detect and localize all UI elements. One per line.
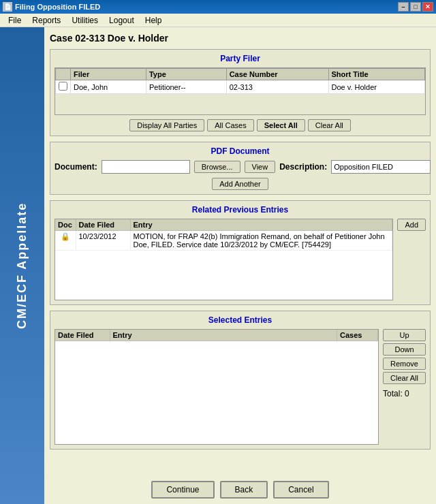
- menu-bar: File Reports Utilities Logout Help: [0, 14, 436, 27]
- party-filer-section: Party Filer Filer Type Case Number Short…: [50, 49, 431, 136]
- col-type: Type: [146, 69, 226, 80]
- menu-file[interactable]: File: [3, 14, 27, 27]
- party-filer-title: Party Filer: [54, 54, 426, 63]
- related-entries-title: Related Previous Entries: [54, 205, 426, 215]
- table-row: Doe, John Petitioner-- 02-313 Doe v. Hol…: [56, 80, 425, 94]
- sel-col-date: Date Filed: [55, 330, 110, 341]
- entries-table: Doc Date Filed Entry 🔒 10/23/2012 MOTION…: [55, 219, 392, 251]
- add-another-button[interactable]: Add Another: [212, 178, 268, 190]
- description-input[interactable]: [331, 160, 431, 174]
- close-button[interactable]: ✕: [422, 2, 433, 12]
- filer-type: Petitioner--: [146, 80, 226, 94]
- window-title: Filing Opposition FILED: [15, 3, 398, 11]
- selected-table-wrapper: Date Filed Entry Cases: [54, 329, 379, 445]
- entries-table-wrapper[interactable]: Doc Date Filed Entry 🔒 10/23/2012 MOTION…: [54, 219, 393, 300]
- table-row[interactable]: 🔒 10/23/2012 MOTION, for FRAP 42(b) Immi…: [55, 231, 392, 251]
- filer-short-title: Doe v. Holder: [328, 80, 424, 94]
- pdf-document-title: PDF Document: [54, 146, 426, 156]
- pdf-document-section: PDF Document Document: Browse... View De…: [50, 142, 431, 195]
- sidebar: CM/ECF Appellate: [0, 27, 44, 504]
- case-title: Case 02-313 Doe v. Holder: [50, 33, 431, 44]
- minimize-button[interactable]: –: [398, 2, 409, 12]
- clear-all-selected-button[interactable]: Clear All: [383, 372, 426, 384]
- document-input[interactable]: [102, 160, 190, 174]
- selected-table: Date Filed Entry Cases: [55, 330, 378, 341]
- sel-col-cases: Cases: [337, 330, 378, 341]
- app-icon: 📄: [3, 2, 12, 12]
- menu-utilities[interactable]: Utilities: [66, 14, 104, 27]
- view-button[interactable]: View: [245, 161, 276, 173]
- filer-name: Doe, John: [71, 80, 146, 94]
- entries-actions: Add: [397, 219, 426, 300]
- selected-entries-section: Selected Entries Date Filed Entry Cases: [50, 311, 431, 450]
- add-another-row: Add Another: [54, 178, 426, 190]
- browse-button[interactable]: Browse...: [194, 161, 240, 173]
- row-checkbox-cell[interactable]: [56, 80, 71, 94]
- sidebar-text: CM/ECF Appellate: [15, 202, 29, 329]
- footer: Continue Back Cancel: [44, 475, 436, 504]
- document-row: Document: Browse... View Description:: [54, 160, 426, 174]
- menu-help[interactable]: Help: [140, 14, 168, 27]
- maximize-button[interactable]: □: [410, 2, 421, 12]
- sel-col-entry: Entry: [110, 330, 337, 341]
- col-short-title: Short Title: [328, 69, 424, 80]
- entry-doc-icon: 🔒: [55, 231, 76, 251]
- continue-button[interactable]: Continue: [151, 481, 214, 499]
- cancel-button[interactable]: Cancel: [273, 481, 328, 499]
- window-controls: – □ ✕: [398, 2, 433, 12]
- main-content: Case 02-313 Doe v. Holder Party Filer Fi…: [44, 27, 436, 504]
- up-button[interactable]: Up: [383, 329, 426, 341]
- lock-icon: 🔒: [61, 232, 70, 240]
- col-checkbox: [56, 69, 71, 80]
- filer-checkbox[interactable]: [59, 82, 67, 91]
- filer-case-number: 02-313: [226, 80, 328, 94]
- clear-all-button[interactable]: Clear All: [308, 119, 351, 131]
- down-button[interactable]: Down: [383, 343, 426, 356]
- party-filer-buttons: Display All Parties All Cases Select All…: [54, 119, 426, 131]
- add-entry-button[interactable]: Add: [397, 219, 426, 231]
- display-all-parties-button[interactable]: Display All Parties: [129, 119, 204, 131]
- back-button[interactable]: Back: [220, 481, 268, 499]
- entries-col-date: Date Filed: [76, 219, 130, 231]
- menu-reports[interactable]: Reports: [27, 14, 66, 27]
- selected-buttons: Up Down Remove Clear All Total: 0: [383, 329, 426, 445]
- selected-area: Date Filed Entry Cases Up Down Remove Cl…: [54, 329, 426, 445]
- col-filer: Filer: [71, 69, 146, 80]
- entry-text: MOTION, for FRAP 42(b) Immigration Reman…: [130, 231, 392, 251]
- col-case-number: Case Number: [226, 69, 328, 80]
- menu-logout[interactable]: Logout: [104, 14, 140, 27]
- entries-area: Doc Date Filed Entry 🔒 10/23/2012 MOTION…: [54, 219, 426, 300]
- entry-date: 10/23/2012: [76, 231, 130, 251]
- related-entries-section: Related Previous Entries Doc Date Filed …: [50, 200, 431, 305]
- entries-col-doc: Doc: [55, 219, 76, 231]
- remove-button[interactable]: Remove: [383, 358, 426, 370]
- select-all-button[interactable]: Select All: [257, 119, 305, 131]
- document-label: Document:: [54, 162, 97, 172]
- entries-col-entry: Entry: [130, 219, 392, 231]
- all-cases-button[interactable]: All Cases: [207, 119, 253, 131]
- party-filer-table-wrapper: Filer Type Case Number Short Title Doe, …: [54, 67, 426, 115]
- description-label: Description:: [279, 162, 327, 172]
- party-filer-table: Filer Type Case Number Short Title Doe, …: [55, 68, 425, 94]
- total-label: Total: 0: [383, 389, 426, 398]
- title-bar: 📄 Filing Opposition FILED – □ ✕: [0, 0, 436, 14]
- selected-entries-title: Selected Entries: [54, 315, 426, 325]
